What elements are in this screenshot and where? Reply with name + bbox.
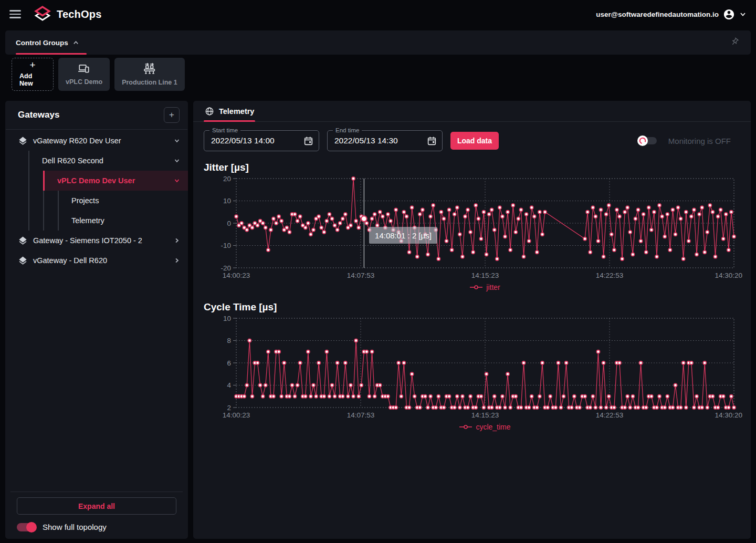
tree-item-gateway-siemens-iot2050[interactable]: Gateway - Siemens IOT2050 - 2: [5, 231, 188, 250]
plus-icon: +: [29, 61, 35, 69]
svg-text:14:30:20: 14:30:20: [715, 411, 742, 419]
monitoring-control: Monitoring is OFF: [639, 137, 731, 145]
svg-text:14:22:53: 14:22:53: [596, 272, 624, 279]
tree-item-label: vPLC Demo Dev User: [57, 176, 135, 185]
calendar-icon[interactable]: [303, 136, 313, 146]
caret-up-icon: [72, 39, 79, 46]
cycle-time-chart-block: Cycle Time [µs] 10864214:00:2314:07:5314…: [204, 301, 740, 434]
end-time-label: End time: [333, 127, 362, 133]
top-bar: TechOps user@softwaredefinedautomation.i…: [0, 0, 756, 28]
control-groups-bar: Control Groups: [5, 30, 751, 55]
tree-item-vplc-demo-dev-user[interactable]: vPLC Demo Dev User: [43, 171, 188, 191]
tree-item-label: Dell R620 Second: [42, 156, 103, 165]
conveyor-icon: [143, 62, 156, 75]
tree-item-vgateway-dell-r620[interactable]: vGateway - Dell R620: [5, 250, 188, 270]
svg-text:14:22:53: 14:22:53: [596, 411, 624, 419]
layers-icon: [18, 136, 28, 146]
pin-icon[interactable]: [730, 37, 739, 48]
cycle-time-chart-title: Cycle Time [µs]: [204, 301, 740, 313]
chart-tooltip: 14:08:01 : 2 [µs]: [369, 227, 437, 244]
tree-item-telemetry[interactable]: Telemetry: [59, 211, 188, 231]
brand: TechOps: [34, 5, 102, 23]
svg-text:-20: -20: [220, 264, 231, 272]
svg-text:10: 10: [223, 197, 231, 205]
start-time-field[interactable]: Start time: [204, 130, 319, 151]
telemetry-panel: Telemetry Start time End time: [193, 101, 751, 539]
card-label: Production Line 1: [122, 79, 177, 86]
add-gateway-button[interactable]: +: [164, 107, 180, 123]
svg-text:0: 0: [227, 220, 231, 227]
tree-item-projects[interactable]: Projects: [59, 191, 188, 211]
time-controls: Start time End time: [204, 130, 740, 151]
tree-item-label: Gateway - Siemens IOT2050 - 2: [33, 236, 142, 245]
chevron-right-icon: [173, 257, 181, 264]
topology-label: Show full topology: [43, 523, 107, 531]
production-line-card[interactable]: Production Line 1: [114, 58, 185, 91]
active-tab-underline: [16, 53, 87, 55]
active-tab-underline: [204, 120, 255, 122]
start-time-input[interactable]: [204, 136, 303, 145]
panel-tabs: Telemetry: [193, 101, 751, 122]
gateways-panel: Gateways + vGateway R620 Dev User Dell R…: [5, 101, 188, 539]
svg-text:2: 2: [227, 404, 231, 412]
start-time-label: Start time: [209, 127, 240, 133]
svg-text:14:15:23: 14:15:23: [471, 411, 499, 419]
jitter-chart-block: Jitter [µs] 20100-10-2014:00:2314:07:531…: [204, 162, 740, 294]
legend-label: cycle_time: [476, 423, 510, 431]
jitter-legend[interactable]: jitter: [236, 280, 734, 294]
tree-item-label: vGateway - Dell R620: [33, 256, 107, 265]
monitoring-toggle[interactable]: [639, 137, 657, 144]
jitter-chart[interactable]: 20100-10-2014:00:2314:07:5314:15:2314:22…: [204, 175, 751, 280]
add-new-card[interactable]: + Add New: [12, 58, 54, 91]
chevron-down-icon[interactable]: [739, 11, 747, 18]
chevron-right-icon: [173, 237, 181, 244]
svg-text:8: 8: [227, 337, 231, 344]
gateways-title: Gateways: [18, 110, 59, 120]
user-email: user@softwaredefinedautomation.io: [596, 11, 719, 18]
svg-text:20: 20: [223, 175, 231, 183]
tree-item-vgateway-r620-dev-user[interactable]: vGateway R620 Dev User: [5, 131, 188, 151]
card-label: Add New: [19, 72, 46, 87]
chevron-down-icon: [173, 177, 181, 184]
vplc-demo-card[interactable]: vPLC Demo: [58, 58, 110, 91]
end-time-field[interactable]: End time: [327, 130, 443, 151]
expand-all-button[interactable]: Expand all: [17, 497, 176, 515]
svg-text:14:00:23: 14:00:23: [223, 411, 250, 419]
monitoring-label: Monitoring is OFF: [668, 137, 731, 145]
tree-item-label: Projects: [71, 196, 99, 205]
app-title: TechOps: [57, 8, 102, 20]
tree-item-label: vGateway R620 Dev User: [33, 137, 121, 145]
jitter-chart-title: Jitter [µs]: [204, 162, 740, 173]
menu-icon[interactable]: [9, 10, 21, 18]
svg-text:-10: -10: [220, 242, 231, 249]
account-icon[interactable]: [723, 8, 735, 20]
cycle-time-chart[interactable]: 10864214:00:2314:07:5314:15:2314:22:5314…: [204, 315, 751, 420]
control-groups-label: Control Groups: [16, 39, 68, 47]
load-data-button[interactable]: Load data: [450, 132, 499, 150]
techops-logo-icon: [34, 5, 51, 23]
chevron-down-icon: [173, 137, 181, 144]
telemetry-tab-label: Telemetry: [219, 107, 254, 116]
tree-item-label: Telemetry: [71, 216, 104, 225]
svg-text:10: 10: [223, 315, 231, 322]
tree-item-dell-r620-second[interactable]: Dell R620 Second: [29, 151, 188, 171]
power-knob-icon: [637, 135, 648, 146]
user-menu[interactable]: user@softwaredefinedautomation.io: [596, 8, 747, 20]
tab-control-groups[interactable]: Control Groups: [5, 30, 90, 55]
show-full-topology-toggle[interactable]: [17, 523, 36, 531]
svg-text:14:07:53: 14:07:53: [347, 272, 375, 279]
control-group-cards: + Add New vPLC Demo Productio: [12, 58, 185, 91]
tab-telemetry[interactable]: Telemetry: [204, 101, 255, 122]
svg-text:14:15:23: 14:15:23: [471, 272, 499, 279]
cycle-time-legend[interactable]: cycle_time: [236, 420, 734, 434]
svg-text:14:07:53: 14:07:53: [347, 411, 375, 419]
legend-marker-icon: [459, 424, 472, 430]
svg-text:14:00:23: 14:00:23: [223, 272, 250, 279]
calendar-icon[interactable]: [427, 136, 437, 146]
devices-icon: [78, 63, 90, 75]
legend-label: jitter: [486, 283, 500, 291]
gateway-tree: vGateway R620 Dev User Dell R620 Second …: [5, 130, 188, 492]
end-time-input[interactable]: [328, 136, 427, 145]
svg-text:4: 4: [227, 381, 231, 389]
globe-icon: [205, 107, 214, 116]
